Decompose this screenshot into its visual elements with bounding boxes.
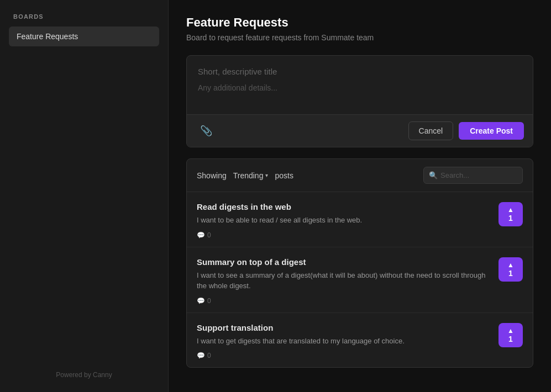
composer-title-input[interactable] <box>187 56 533 76</box>
page-description: Board to request feature requests from S… <box>186 33 533 42</box>
search-wrapper: 🔍 <box>423 167 523 184</box>
vote-button-2[interactable]: ▲ 1 <box>498 323 523 347</box>
post-composer: 📎 Cancel Create Post <box>186 55 533 147</box>
vote-count-1: 1 <box>508 269 513 277</box>
posts-header: Showing Trending ▾ posts 🔍 <box>187 159 533 192</box>
chevron-down-icon: ▾ <box>265 172 268 178</box>
posts-section: Showing Trending ▾ posts 🔍 Read digests … <box>186 158 533 368</box>
vote-button-0[interactable]: ▲ 1 <box>498 202 523 226</box>
comment-count-2: 0 <box>207 352 211 359</box>
upvote-arrow-0: ▲ <box>507 206 514 213</box>
cancel-button[interactable]: Cancel <box>408 121 454 140</box>
sidebar-section-label: BOARDS <box>9 13 159 20</box>
posts-label: posts <box>275 171 293 180</box>
post-description-0: I want to be able to read / see all dige… <box>197 215 491 226</box>
post-title-0: Read digests in the web <box>197 202 491 211</box>
post-item: Read digests in the web I want to be abl… <box>187 192 533 247</box>
composer-actions: 📎 Cancel Create Post <box>187 114 533 147</box>
search-icon: 🔍 <box>429 171 438 179</box>
vote-count-0: 1 <box>508 214 513 222</box>
powered-by-label: Powered by Canny <box>9 360 159 379</box>
paperclip-icon: 📎 <box>200 125 212 137</box>
post-meta-2: 💬 0 <box>197 352 491 359</box>
post-title-1: Summary on top of a digest <box>197 257 491 267</box>
post-title-2: Support translation <box>197 323 491 332</box>
posts-list: Read digests in the web I want to be abl… <box>187 192 533 367</box>
comment-icon-1: 💬 <box>197 297 205 305</box>
post-content-0: Read digests in the web I want to be abl… <box>197 202 491 239</box>
main-content: Feature Requests Board to request featur… <box>169 0 551 392</box>
trending-dropdown[interactable]: Trending ▾ <box>230 170 272 181</box>
upvote-arrow-2: ▲ <box>507 327 514 334</box>
post-meta-0: 💬 0 <box>197 231 491 239</box>
post-content-1: Summary on top of a digest I want to see… <box>197 257 491 305</box>
vote-count-2: 1 <box>508 335 513 343</box>
composer-body-input[interactable] <box>187 77 533 112</box>
post-item: Summary on top of a digest I want to see… <box>187 247 533 313</box>
showing-label: Showing <box>197 171 227 180</box>
comment-count-1: 0 <box>207 297 211 305</box>
sidebar-item-feature-requests[interactable]: Feature Requests <box>9 27 159 46</box>
post-description-1: I want to see a summary of a digest(what… <box>197 270 491 292</box>
post-meta-1: 💬 0 <box>197 297 491 305</box>
comment-count-0: 0 <box>207 231 211 239</box>
page-title: Feature Requests <box>186 15 533 30</box>
vote-button-1[interactable]: ▲ 1 <box>498 257 523 282</box>
search-input[interactable] <box>423 167 523 184</box>
attach-icon-button[interactable]: 📎 <box>196 123 217 139</box>
create-post-button[interactable]: Create Post <box>459 122 524 140</box>
comment-icon-0: 💬 <box>197 231 205 239</box>
comment-icon-2: 💬 <box>197 352 205 359</box>
sidebar: BOARDS Feature Requests Powered by Canny <box>0 0 169 392</box>
post-item: Support translation I want to get digest… <box>187 313 533 368</box>
post-description-2: I want to get digests that are translate… <box>197 336 491 347</box>
upvote-arrow-1: ▲ <box>507 262 514 268</box>
trending-label: Trending <box>233 171 264 180</box>
post-content-2: Support translation I want to get digest… <box>197 323 491 360</box>
